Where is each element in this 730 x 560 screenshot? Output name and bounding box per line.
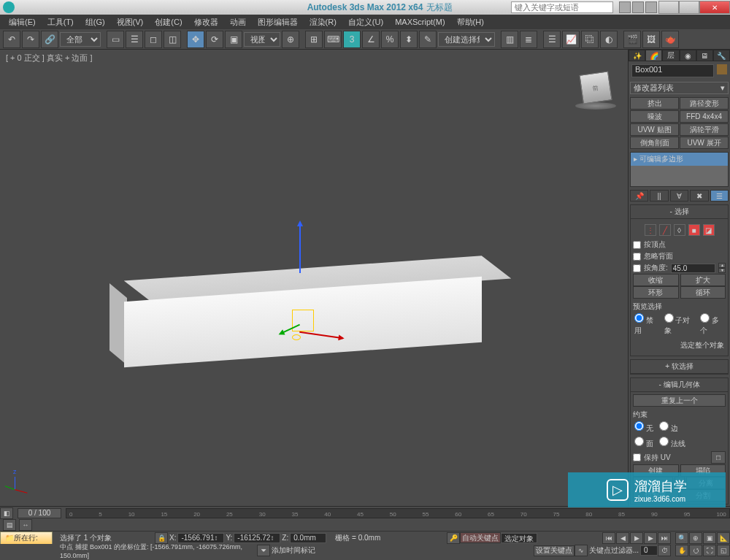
named-selection-dropdown[interactable]: 创建选择集 [438, 32, 495, 47]
fov-icon[interactable]: 📐 [717, 532, 730, 544]
menu-animation[interactable]: 动画 [224, 15, 252, 29]
link-icon[interactable]: 🔗 [41, 31, 58, 48]
close-button[interactable]: ✕ [699, 1, 730, 14]
add-time-tag[interactable]: 添加时间标记 [270, 545, 317, 556]
z-coord-field[interactable]: 0.0mm [290, 533, 326, 543]
rollout-soft-sel-header[interactable]: + 软选择 [631, 360, 728, 374]
menu-help[interactable]: 帮助(H) [451, 15, 490, 29]
rotate-icon[interactable]: ⟳ [206, 31, 223, 48]
stack-item-editable-poly[interactable]: ▸ 可编辑多边形 [631, 153, 728, 166]
prev-frame-icon[interactable]: ◀ [616, 532, 629, 544]
next-frame-icon[interactable]: ▶ [644, 532, 657, 544]
spin-up-icon[interactable]: ▴ [718, 263, 726, 268]
key-filters-icon[interactable]: ∿ [575, 545, 588, 556]
key-target-dropdown[interactable]: 选定对象 [501, 533, 537, 543]
render-setup-icon[interactable]: 🎬 [623, 31, 641, 48]
set-key-button[interactable]: 设置关键点 [534, 545, 575, 556]
mod-bevelprofile-button[interactable]: 倒角剖面 [630, 137, 679, 149]
zoom-all-icon[interactable]: ⊕ [689, 532, 702, 544]
move-icon[interactable]: ✥ [187, 31, 204, 48]
current-frame-field[interactable]: 0 [640, 545, 658, 556]
preserve-uv-checkbox[interactable] [633, 453, 641, 461]
pivot-icon[interactable]: ⊕ [282, 31, 299, 48]
angle-spinner[interactable]: 45.0 [671, 264, 715, 273]
tab-motion-icon[interactable]: ◉ [680, 50, 696, 61]
menu-customize[interactable]: 自定义(U) [342, 15, 389, 29]
menu-modifiers[interactable]: 修改器 [188, 15, 224, 29]
gizmo-center-icon[interactable] [292, 334, 301, 340]
pin-stack-icon[interactable]: 📌 [630, 190, 648, 202]
by-vertex-checkbox[interactable] [633, 241, 641, 249]
play-icon[interactable]: ▶ [630, 532, 643, 544]
window-crossing-icon[interactable]: ◫ [164, 31, 181, 48]
auto-key-button[interactable]: 自动关键点 [460, 532, 501, 543]
viewcube-base-icon[interactable] [575, 102, 616, 110]
constraint-none-radio[interactable] [634, 421, 644, 431]
time-track[interactable]: 0510152025303540455055606570758085909510… [66, 508, 730, 518]
y-coord-field[interactable]: -16125.72↕ [234, 533, 280, 543]
render-icon[interactable]: 🫖 [661, 31, 679, 48]
help-icon[interactable] [619, 1, 631, 13]
select-icon[interactable]: ▭ [107, 31, 124, 48]
key-filters-label[interactable]: 关键点过滤器... [588, 545, 640, 556]
scale-icon[interactable]: ▣ [225, 31, 242, 48]
rollout-edit-geom-header[interactable]: - 编辑几何体 [631, 378, 728, 392]
maximize-viewport-icon[interactable]: ⛶ [703, 545, 716, 556]
modifier-list-dropdown[interactable]: 修改器列表▾ [630, 82, 729, 94]
track-bar-icon[interactable]: ↔ [19, 519, 32, 531]
subobj-edge-icon[interactable]: ╱ [659, 224, 671, 236]
ring-button[interactable]: 环形 [633, 286, 679, 299]
menu-graph-editors[interactable]: 图形编辑器 [252, 15, 304, 29]
menu-tools[interactable]: 工具(T) [42, 15, 80, 29]
keyboard-icon[interactable]: ⌨ [324, 31, 342, 48]
make-unique-icon[interactable]: ∀ [670, 190, 688, 202]
viewport-label[interactable]: [ + 0 正交 ] 真实 + 边面 ] [6, 53, 93, 64]
prompt-icon[interactable]: ⏷ [257, 545, 270, 556]
configure-sets-icon[interactable]: ☰ [710, 190, 729, 202]
loop-button[interactable]: 循环 [680, 286, 726, 299]
subobj-polygon-icon[interactable]: ■ [688, 224, 700, 236]
constraint-face-radio[interactable] [634, 437, 644, 446]
app-logo-icon[interactable] [3, 1, 15, 13]
mod-noise-button[interactable]: 噪波 [630, 110, 679, 123]
mod-pathdeform-button[interactable]: 路径变形 [680, 97, 729, 110]
selection-filter-dropdown[interactable]: 全部 [60, 32, 101, 47]
viewcube[interactable]: 前 [575, 70, 616, 111]
constraint-edge-radio[interactable] [659, 421, 669, 431]
search-input[interactable] [511, 1, 613, 13]
min-max-toggle-icon[interactable]: ◱ [717, 545, 730, 556]
preview-multi-radio[interactable] [700, 313, 710, 323]
remove-mod-icon[interactable]: ✖ [690, 190, 708, 202]
select-region-icon[interactable]: ◻ [145, 31, 162, 48]
maximize-button[interactable]: □ [679, 1, 699, 14]
edit-named-sel-icon[interactable]: ✎ [419, 31, 437, 48]
redo-icon[interactable]: ↷ [22, 31, 39, 48]
viewcube-cube-icon[interactable]: 前 [579, 71, 612, 104]
mod-extrude-button[interactable]: 挤出 [630, 97, 679, 110]
time-config-icon[interactable]: ⏱ [658, 545, 671, 556]
layer-dropdown[interactable]: 📁 所在行: [0, 532, 53, 545]
object-color-swatch[interactable] [717, 64, 727, 74]
favorite-icon[interactable] [632, 1, 644, 13]
manipulate-icon[interactable]: ⊞ [305, 31, 323, 48]
modifier-stack[interactable]: ▸ 可编辑多边形 [630, 152, 729, 187]
snap-toggle-icon[interactable]: 3 [343, 31, 361, 48]
spin-down-icon[interactable]: ▾ [718, 268, 726, 273]
subobj-element-icon[interactable]: ◪ [703, 224, 715, 236]
layers-icon[interactable]: ☰ [543, 31, 561, 48]
mod-turbosmooth-button[interactable]: 涡轮平滑 [680, 123, 729, 136]
grow-button[interactable]: 扩大 [680, 274, 726, 286]
subobj-vertex-icon[interactable]: ⋮ [645, 224, 656, 236]
zoom-icon[interactable]: 🔍 [675, 532, 688, 544]
mod-uvwunwrap-button[interactable]: UVW 展开 [680, 137, 729, 149]
gizmo-xy-plane-icon[interactable] [292, 310, 314, 331]
rollout-selection-header[interactable]: - 选择 [631, 205, 728, 219]
schematic-icon[interactable]: ⿻ [581, 31, 599, 48]
angle-snap-icon[interactable]: ∠ [362, 31, 380, 48]
zoom-extents-icon[interactable]: ▣ [703, 532, 716, 544]
preview-off-radio[interactable] [634, 313, 644, 323]
undo-icon[interactable]: ↶ [3, 31, 20, 48]
align-icon[interactable]: ≣ [520, 31, 537, 48]
goto-start-icon[interactable]: ⏮ [602, 532, 615, 544]
percent-snap-icon[interactable]: % [381, 31, 399, 48]
